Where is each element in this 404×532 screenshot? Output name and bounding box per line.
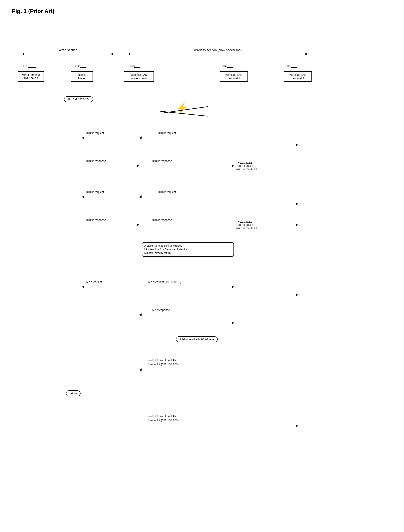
ip-info-terminal1: IP=192.168.1.1SUB=192.168.1GW=192.168.1.… [236, 161, 257, 171]
arp-resp-arrow [139, 313, 298, 316]
vline-603 [139, 86, 139, 506]
ref-601: 601 [23, 64, 28, 68]
ref-604: 604 [222, 64, 227, 68]
dhcp-resp-1-arrow-right [82, 164, 139, 167]
dhcp-req-2-arrow-left [82, 195, 139, 198]
arp-req-label-left: ARP request [86, 280, 102, 284]
vline-601 [31, 86, 32, 506]
arp-resp-label: ARP response [152, 308, 170, 312]
ref-602: 602 [75, 64, 80, 68]
pkt-1-label: packet to wireless LANterminal 2 (192.16… [148, 359, 178, 366]
pkt-1-arrow [139, 368, 234, 371]
ref-605: 605 [286, 64, 290, 68]
arp-req-b-arrow [139, 285, 234, 288]
entity-604: Wireless LANterminal 1 [220, 71, 248, 82]
ip-access-limiter: IP = 192.168.0.254 [64, 96, 93, 102]
dhcp-req-1b-arrow [139, 136, 234, 139]
dhcp-resp-2-label-left: DHCP response [86, 218, 106, 222]
lightning-bolt: ⚡ [176, 102, 189, 114]
vline-604 [234, 86, 234, 506]
vline-602 [82, 86, 82, 506]
dhcp-req-1-label-left: DHCP request [86, 131, 104, 135]
dhcp-resp-2b-arrow [139, 223, 298, 226]
arp-req-b-label: ARP request (192.168.1.2) [148, 280, 181, 284]
wireless-section-label: wireless section (slow speed line) [128, 48, 308, 55]
dhcp-req-2b-label: DHCP request [158, 190, 176, 194]
page-title: Fig. 1 (Prior Art) [12, 8, 392, 14]
dhcp-req-2-label-left: DHCP request [86, 190, 104, 194]
mac-resolve-oval: finish to resolve MAC address [176, 336, 218, 342]
arp-req-arrow-left [82, 285, 139, 288]
ip-info-terminal2: IP=192.168.1.2SUB=192.168.1GW=192.168.1.… [236, 220, 257, 230]
arp-resp-b-arrow [139, 321, 234, 324]
entity-603: wireless LANaccess point [124, 71, 154, 82]
ref-603: 603 [130, 64, 134, 68]
dhcp-resp-1b-label: DHCP response [152, 159, 172, 163]
pkt-2-label: packet to wireless LANterminal 2 (192.16… [148, 414, 178, 422]
dhcp-req-1-dashed [139, 143, 298, 146]
entity-605: Wireless LANterminal 2 [284, 71, 312, 82]
arp-req-c-arrow [234, 293, 298, 296]
return-oval: return [66, 391, 81, 396]
entity-602: accesslimiter [71, 71, 93, 82]
dhcp-req-2b-arrow [139, 195, 298, 198]
vline-605 [298, 86, 298, 506]
dhcp-resp-1-label-left: DHCP response [86, 159, 106, 163]
dhcp-req-2-dashed [139, 202, 298, 205]
dhcp-req-1b-label: DHCP request [158, 131, 176, 135]
dhcp-resp-2-arrow-right [82, 223, 139, 226]
packet-note-callout: A packet is to be sent to wirelessLAN te… [142, 242, 234, 256]
wired-section-label: wired section [22, 48, 114, 55]
entity-601: wired terminal192.168.0.1 [18, 71, 44, 82]
diagram: wired section wireless section (slow spe… [12, 22, 404, 502]
dhcp-req-1-arrow-left [82, 136, 139, 139]
dhcp-resp-1b-arrow [139, 164, 234, 167]
dhcp-resp-2b-label: DHCP response [152, 218, 172, 222]
pkt-2-arrow [139, 424, 298, 427]
